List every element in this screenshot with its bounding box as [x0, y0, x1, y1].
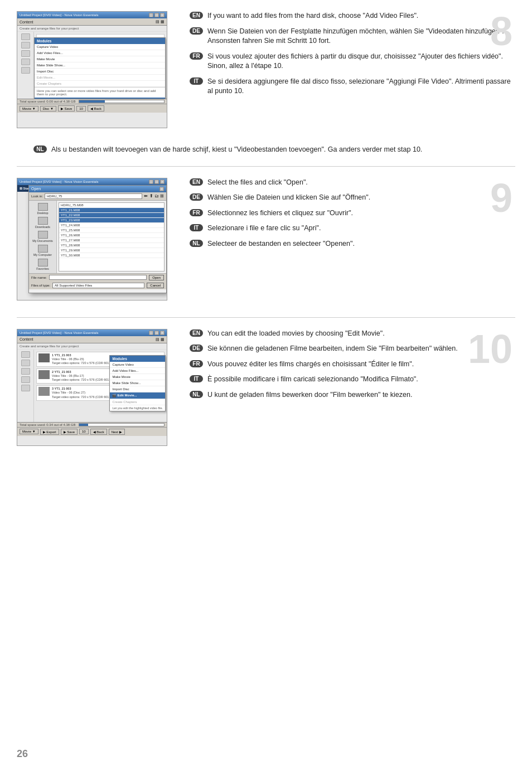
lang-de-9: DE Wählen Sie die Dateien und klicken Si…	[190, 193, 515, 203]
file-0[interactable]: HDRU_75.M08	[59, 203, 164, 208]
text-de-10: Sie können die geladenen Filme bearbeite…	[207, 344, 458, 354]
btn-next-10[interactable]: Next ▶	[109, 429, 125, 435]
btn-step-10[interactable]: 10	[79, 429, 89, 434]
menu-make-10[interactable]: Make Movie	[110, 374, 165, 380]
file-8[interactable]: YT1_28.M08	[59, 243, 164, 248]
cancel-btn-9[interactable]: Cancel	[147, 283, 164, 288]
menu-edit-8[interactable]: Edit Movie...	[35, 75, 165, 81]
filetype-row: Files of type: All Supported Video Files…	[29, 282, 166, 289]
win-content-8: Modules Capture Video Add Video Files...…	[17, 32, 167, 99]
sidebar-icon-4	[21, 59, 30, 65]
win-close-8[interactable]: ×	[160, 13, 165, 17]
file-6[interactable]: YT1_26.M08	[59, 233, 164, 238]
divider-9-10	[17, 317, 515, 318]
btn-back-8[interactable]: ◀ Back	[88, 105, 104, 111]
nav-computer-icon	[38, 245, 48, 253]
toolbar-icons-10: ▤ ▦	[156, 337, 165, 342]
file-2[interactable]: YT1_22.M08	[59, 213, 164, 218]
file-1[interactable]: YT1_21.M08	[59, 208, 164, 213]
btn-movie-10[interactable]: Movie ▼	[20, 429, 38, 434]
win-controls-8: _ □ ×	[149, 13, 165, 17]
dialog-footer-9: File name: Open	[29, 273, 166, 282]
win-titlebar-10: Untitled Project [DVD Video] - Nova Visi…	[17, 329, 167, 336]
filetype-label: Files of type:	[31, 284, 50, 287]
win-title-8: Untitled Project [DVD Video] - Nova Visi…	[20, 13, 99, 17]
section-9-screenshot: Untitled Project [DVD Video] - Nova Visi…	[17, 178, 173, 300]
add-video-note-8: Here you can select one or more video fi…	[35, 87, 165, 98]
file-5[interactable]: YT1_25.M08	[59, 228, 164, 233]
open-dialog-9: Open × Look in: HDRU_75 ⬅ ⬆ 🗂 ⊞	[28, 185, 167, 293]
nav-favorites-label: Favorites	[36, 267, 49, 270]
win-sidebar-10	[17, 350, 34, 422]
win-maximize-10[interactable]: □	[154, 331, 159, 335]
progress-bar-10	[79, 423, 165, 426]
location-input[interactable]: HDRU_75	[45, 193, 142, 199]
subtitle-8: Create and arrange files for your projec…	[17, 26, 167, 32]
btn-save-8[interactable]: ▶ Save	[58, 105, 75, 111]
lang-de-10: DE Sie können die geladenen Filme bearbe…	[190, 344, 515, 354]
edit-movie-icon: 🎬	[112, 394, 116, 397]
screenshot-8: Untitled Project [DVD Video] - Nova Visi…	[17, 11, 167, 128]
text-it-9: Selezionare i file e fare clic su "Apri"…	[207, 224, 321, 234]
menu-slide-10[interactable]: Make Slide Show...	[110, 380, 165, 386]
nav-docs[interactable]: My Documents	[30, 231, 55, 243]
menu-chapters-8[interactable]: Create Chapters	[35, 81, 165, 87]
menu-add-video-files-8[interactable]: Add Video Files...	[35, 98, 165, 99]
dialog-win-max[interactable]: □	[154, 180, 159, 184]
dialog-win-min[interactable]: _	[149, 180, 153, 184]
movie-thumb-1	[38, 370, 50, 379]
menu-add-8[interactable]: Add Video Files...	[35, 50, 165, 56]
nav-downloads[interactable]: Downloads	[30, 217, 55, 229]
menu-import-10[interactable]: Import Disc	[110, 386, 165, 392]
lang-fr-10: FR Vous pouvez éditer les films chargés …	[190, 360, 515, 370]
dialog-win-title-9: Untitled Project [DVD Video] - Nova Visi…	[20, 180, 99, 183]
win-minimize-8[interactable]: _	[149, 13, 153, 17]
section-10-text: EN You can edit the loaded movies by cho…	[184, 329, 515, 406]
menu-add-10[interactable]: Add Video Files...	[110, 368, 165, 374]
dialog-screenshot-9: Untitled Project [DVD Video] - Nova Visi…	[17, 178, 167, 300]
lang-it-9: IT Selezionare i file e fare clic su "Ap…	[190, 224, 515, 234]
btn-save-10[interactable]: ▶ Save	[61, 429, 78, 435]
file-7[interactable]: YT1_27.M08	[59, 238, 164, 243]
text-fr-9: Sélectionnez les fichiers et cliquez sur…	[207, 208, 353, 219]
file-3[interactable]: YT1_23.M08	[59, 218, 164, 223]
btn-disc-8[interactable]: Disc ▼	[40, 106, 56, 111]
open-dialog-close[interactable]: ×	[159, 187, 164, 191]
dialog-win-close[interactable]: ×	[160, 180, 165, 184]
file-4[interactable]: YT1_24.M08	[59, 223, 164, 228]
nav-favorites[interactable]: Favorites	[30, 259, 55, 270]
win-close-10[interactable]: ×	[160, 331, 165, 335]
file-10[interactable]: YT1_30.M08	[59, 253, 164, 258]
subtitle-10: Create and arrange files for your projec…	[17, 343, 167, 350]
nav-computer[interactable]: My Computer	[30, 245, 55, 256]
win-minimize-10[interactable]: _	[149, 331, 153, 335]
menu-make-8[interactable]: Make Movie	[35, 56, 165, 62]
filename-input[interactable]	[49, 275, 147, 280]
open-btn-9[interactable]: Open	[149, 275, 164, 280]
dialog-win-controls-9: _ □ ×	[149, 180, 165, 184]
badge-nl-10: NL	[190, 391, 203, 398]
menu-import-8[interactable]: Import Disc	[35, 69, 165, 75]
section-8-screenshot: Untitled Project [DVD Video] - Nova Visi…	[17, 11, 173, 128]
menu-capture-8[interactable]: Capture Video	[35, 44, 165, 50]
btn-movie-8[interactable]: Movie ▼	[20, 106, 38, 111]
status-text-8: Total space used: 0.00 out of 4.38 GB	[20, 100, 75, 103]
nav-desktop[interactable]: Desktop	[30, 203, 55, 215]
badge-fr-9: FR	[190, 209, 203, 216]
divider-8-9	[17, 166, 515, 167]
text-nl-8: Als u bestanden wilt toevoegen van de ha…	[51, 145, 422, 155]
btn-step-8[interactable]: 10	[76, 106, 86, 111]
sidebar-icon-10-4	[21, 376, 30, 383]
win-maximize-8[interactable]: □	[154, 13, 159, 17]
menu-edit-movie-10[interactable]: 🎬 Edit Movie...	[110, 392, 165, 399]
text-fr-8: Si vous voulez ajouter des fichiers à pa…	[207, 52, 515, 71]
menu-chapters-10[interactable]: Create Chapters	[110, 399, 165, 405]
lang-en-8: EN If you want to add files from the har…	[190, 11, 515, 21]
lang-nl-9: NL Selecteer de bestanden en selecteer "…	[190, 239, 515, 249]
file-9[interactable]: YT1_29.M08	[59, 248, 164, 253]
btn-back-10[interactable]: ◀ Back	[90, 429, 107, 435]
btn-export-10[interactable]: ▶ Export	[40, 429, 59, 435]
menu-capture-10[interactable]: Capture Video	[110, 362, 165, 368]
toolbar-label-10: Content	[20, 337, 33, 341]
menu-slide-8[interactable]: Make Slide Show...	[35, 62, 165, 69]
